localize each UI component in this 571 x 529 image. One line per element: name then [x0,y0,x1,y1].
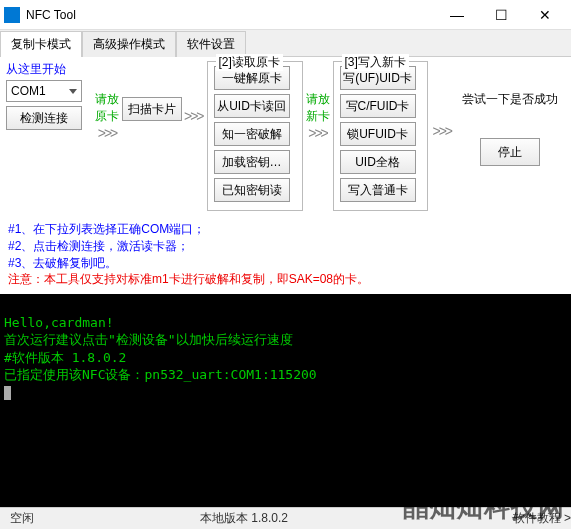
tab-advanced-mode[interactable]: 高级操作模式 [82,31,176,57]
lock-ufuid-button[interactable]: 锁UFUID卡 [340,122,416,146]
note-3: #3、去破解复制吧。 [8,255,563,272]
tutorial-link[interactable]: 软件教程 > [513,510,571,527]
step1-title: 从这里开始 [6,61,92,78]
tab-bar: 复制卡模式 高级操作模式 软件设置 [0,30,571,57]
place-new-hint: 请放新卡 [305,91,331,125]
close-button[interactable]: ✕ [523,1,567,29]
main-toolbar: 从这里开始 COM1 检测连接 请放原卡 >>> 扫描卡片 >>> [2]读取原… [0,57,571,219]
read-card-group: [2]读取原卡 一键解原卡 从UID卡读回 知一密破解 加载密钥… 已知密钥读 [207,61,303,211]
arrow-col-2: >>> [182,61,205,171]
status-version: 本地版本 1.8.0.2 [200,510,493,527]
try-label: 尝试一下是否成功 [462,91,558,108]
known-one-crack-button[interactable]: 知一密破解 [214,122,290,146]
scan-card-button[interactable]: 扫描卡片 [122,97,182,121]
cursor-icon [4,386,11,400]
write-cfuid-button[interactable]: 写C/FUID卡 [340,94,416,118]
place-original-hint: 请放原卡 [94,91,120,125]
write-group-title: [3]写入新卡 [342,54,409,71]
tab-copy-mode[interactable]: 复制卡模式 [0,31,82,57]
minimize-button[interactable]: — [435,1,479,29]
arrow-col-4: >>> [430,61,453,171]
final-panel: 尝试一下是否成功 停止 [455,61,565,166]
console-line: 首次运行建议点击"检测设备"以加快后续运行速度 [4,332,293,347]
maximize-button[interactable]: ☐ [479,1,523,29]
step1-panel: 从这里开始 COM1 检测连接 [6,61,92,134]
uid-full-format-button[interactable]: UID全格 [340,150,416,174]
arrow-icon: >>> [182,108,205,124]
read-from-uid-button[interactable]: 从UID卡读回 [214,94,290,118]
note-1: #1、在下拉列表选择正确COM端口； [8,221,563,238]
status-state: 空闲 [0,510,200,527]
console-line: #软件版本 1.8.0.2 [4,350,126,365]
console-line: 已指定使用该NFC设备：pn532_uart:COM1:115200 [4,367,317,382]
scan-panel: 扫描卡片 [122,61,180,125]
write-normal-button[interactable]: 写入普通卡 [340,178,416,202]
read-group-title: [2]读取原卡 [216,54,283,71]
note-warning: 注意：本工具仅支持对标准m1卡进行破解和复制，即SAK=08的卡。 [8,271,563,288]
arrow-col-3: 请放新卡 >>> [305,61,331,171]
app-icon [4,7,20,23]
com-port-select[interactable]: COM1 [6,80,82,102]
load-keys-button[interactable]: 加载密钥… [214,150,290,174]
notes-panel: #1、在下拉列表选择正确COM端口； #2、点击检测连接，激活读卡器； #3、去… [0,219,571,294]
write-card-group: [3]写入新卡 写(UF)UID卡 写C/FUID卡 锁UFUID卡 UID全格… [333,61,429,211]
known-key-read-button[interactable]: 已知密钥读 [214,178,290,202]
window-title: NFC Tool [26,8,435,22]
com-port-value: COM1 [11,84,46,98]
detect-connection-button[interactable]: 检测连接 [6,106,82,130]
arrow-icon: >>> [306,125,329,141]
stop-button[interactable]: 停止 [480,138,540,166]
arrow-icon: >>> [96,125,119,141]
titlebar: NFC Tool — ☐ ✕ [0,0,571,30]
console-line: Hello,cardman! [4,315,114,330]
console-output: Hello,cardman! 首次运行建议点击"检测设备"以加快后续运行速度 #… [0,294,571,529]
status-bar: 空闲 本地版本 1.8.0.2 软件教程 > [0,507,571,529]
arrow-col-1: 请放原卡 >>> [94,61,120,171]
note-2: #2、点击检测连接，激活读卡器； [8,238,563,255]
arrow-icon: >>> [430,123,453,139]
